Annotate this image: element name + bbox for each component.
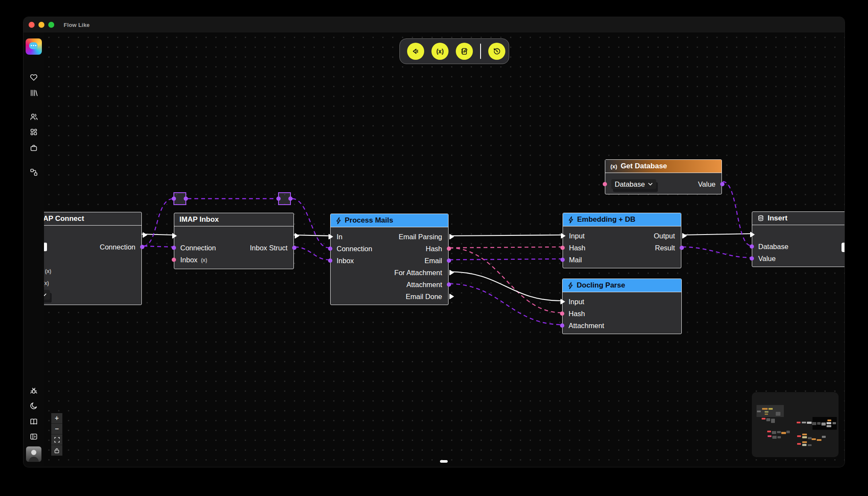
node-header[interactable]: Docling Parse xyxy=(563,279,681,292)
pin-label: Connection xyxy=(337,245,372,253)
inbox-in-handle[interactable] xyxy=(172,258,176,262)
close-window-button[interactable] xyxy=(29,22,35,28)
inbox-in-handle[interactable] xyxy=(328,258,332,263)
wire-hash-to-docling-hash[interactable] xyxy=(449,248,561,313)
fit-view-button[interactable] xyxy=(51,434,62,445)
history-button[interactable] xyxy=(488,43,505,60)
inbox-struct-out-handle[interactable] xyxy=(292,246,296,250)
debug-bug-icon[interactable] xyxy=(29,386,39,396)
minimap-node xyxy=(767,431,771,432)
wire-reroute-b-to-process-connection[interactable] xyxy=(292,199,328,248)
wire-connection-to-reroute-a[interactable] xyxy=(144,199,173,246)
docs-book-icon[interactable] xyxy=(29,417,39,427)
node-title: Get Database xyxy=(621,162,667,170)
exec-in-handle[interactable] xyxy=(560,299,565,305)
minimize-window-button[interactable] xyxy=(38,22,44,28)
zoom-out-button[interactable]: − xyxy=(51,424,62,434)
exec-in-handle[interactable] xyxy=(750,232,755,238)
library-icon[interactable] xyxy=(29,88,39,98)
pin-label: Input xyxy=(569,232,585,240)
node-header[interactable]: IMAP Inbox xyxy=(174,213,293,226)
value-out-handle[interactable] xyxy=(720,182,724,186)
zoom-in-button[interactable]: + xyxy=(51,413,62,424)
node-embedding-db[interactable]: Embedding + DB Input Output Hash Result xyxy=(563,213,681,268)
variables-button[interactable]: (x) xyxy=(431,43,449,60)
exec-in-handle[interactable] xyxy=(328,234,333,240)
email-out-handle[interactable] xyxy=(447,258,451,263)
app-logo[interactable] xyxy=(26,38,42,55)
for-attachment-exec-handle[interactable] xyxy=(449,270,454,276)
exec-in-handle[interactable] xyxy=(172,233,177,239)
connection-out-handle[interactable] xyxy=(140,245,144,249)
attachment-out-handle[interactable] xyxy=(447,282,451,287)
text-input[interactable] xyxy=(44,243,47,251)
lock-button[interactable] xyxy=(51,445,62,456)
wire-embedding-result-to-insert-value[interactable] xyxy=(682,247,751,258)
profile-photo[interactable] xyxy=(26,446,41,462)
reroute-node[interactable] xyxy=(173,192,186,205)
node-process-mails[interactable]: Process Mails In Email Parsing Connectio… xyxy=(330,214,449,305)
hash-in-handle[interactable] xyxy=(560,311,564,316)
database-dropdown[interactable]: Database xyxy=(611,179,656,189)
attachment-in-handle[interactable] xyxy=(560,323,564,328)
reroute-in-handle[interactable] xyxy=(276,197,281,201)
database-in-handle[interactable] xyxy=(603,182,607,186)
workflows-icon[interactable] xyxy=(29,167,39,177)
node-header[interactable]: Process Mails xyxy=(331,214,448,227)
panel-toggle-icon[interactable] xyxy=(29,431,39,442)
email-parsing-exec-handle[interactable] xyxy=(449,234,454,240)
wire-forattachment-to-docling-input[interactable] xyxy=(449,272,561,301)
minimap[interactable] xyxy=(752,392,839,457)
wire-email-to-embedding-mail[interactable] xyxy=(449,259,562,260)
canvas-scroll-handle[interactable] xyxy=(842,243,845,252)
node-header[interactable]: (x) Get Database xyxy=(605,160,721,173)
node-header[interactable]: Embedding + DB xyxy=(563,213,681,226)
step-run-button[interactable] xyxy=(407,43,424,60)
exec-out-handle[interactable] xyxy=(295,233,299,239)
flow-canvas[interactable]: (x) IMAP Connect xyxy=(44,32,845,467)
reroute-out-handle[interactable] xyxy=(184,197,188,201)
starttls-dropdown[interactable]: tTls xyxy=(44,290,50,300)
node-insert[interactable]: Insert Database Value xyxy=(752,211,845,267)
wire-embedding-output-to-insert-exec[interactable] xyxy=(682,234,751,235)
pin-label: Hash xyxy=(569,310,585,318)
exec-in-handle[interactable] xyxy=(561,233,566,239)
reroute-node[interactable] xyxy=(278,192,291,205)
node-imap-inbox[interactable]: IMAP Inbox Connection Inbox Struct Inbox… xyxy=(174,213,294,269)
minimap-node xyxy=(802,441,807,443)
wire-connection-to-inbox-connection[interactable] xyxy=(144,246,173,247)
pin-label: Hash xyxy=(569,244,586,252)
teams-users-icon[interactable] xyxy=(29,112,39,122)
node-docling-parse[interactable]: Docling Parse Input Hash Attachment xyxy=(562,279,682,334)
notes-button[interactable] xyxy=(456,43,473,60)
canvas-bottom-handle[interactable] xyxy=(440,460,448,463)
output-exec-handle[interactable] xyxy=(682,233,687,239)
apps-grid-icon[interactable] xyxy=(29,127,39,137)
node-title: Docling Parse xyxy=(577,281,625,290)
result-out-handle[interactable] xyxy=(680,246,684,250)
wire-getdb-value-to-insert-database[interactable] xyxy=(723,182,751,246)
value-in-handle[interactable] xyxy=(750,256,754,261)
hash-out-handle[interactable] xyxy=(447,247,451,251)
connection-in-handle[interactable] xyxy=(328,247,332,251)
node-get-database[interactable]: (x) Get Database Database Value xyxy=(605,159,722,194)
email-done-exec-handle[interactable] xyxy=(449,293,454,299)
favorites-heart-icon[interactable] xyxy=(29,72,39,82)
node-header[interactable]: IMAP Connect xyxy=(44,212,141,226)
reroute-in-handle[interactable] xyxy=(172,197,176,201)
reroute-out-handle[interactable] xyxy=(288,197,293,201)
wire-emailparsing-to-embedding-input[interactable] xyxy=(449,235,562,236)
wire-hash-to-embedding-hash[interactable] xyxy=(449,247,562,248)
zoom-window-button[interactable] xyxy=(48,22,54,28)
node-imap-connect[interactable]: IMAP Connect (x) Connection (x) name(x) … xyxy=(44,212,142,305)
exec-out-handle[interactable] xyxy=(143,232,147,238)
connection-in-handle[interactable] xyxy=(172,246,176,250)
store-bag-icon[interactable] xyxy=(29,143,39,153)
dark-mode-moon-icon[interactable] xyxy=(29,401,39,411)
node-header[interactable]: Insert xyxy=(752,212,845,225)
mail-in-handle[interactable] xyxy=(560,258,565,262)
wire-inboxstruct-to-process-inbox[interactable] xyxy=(295,247,328,260)
database-in-handle[interactable] xyxy=(750,244,754,249)
wire-attachment-to-docling-attachment[interactable] xyxy=(449,284,561,325)
hash-in-handle[interactable] xyxy=(560,246,565,250)
